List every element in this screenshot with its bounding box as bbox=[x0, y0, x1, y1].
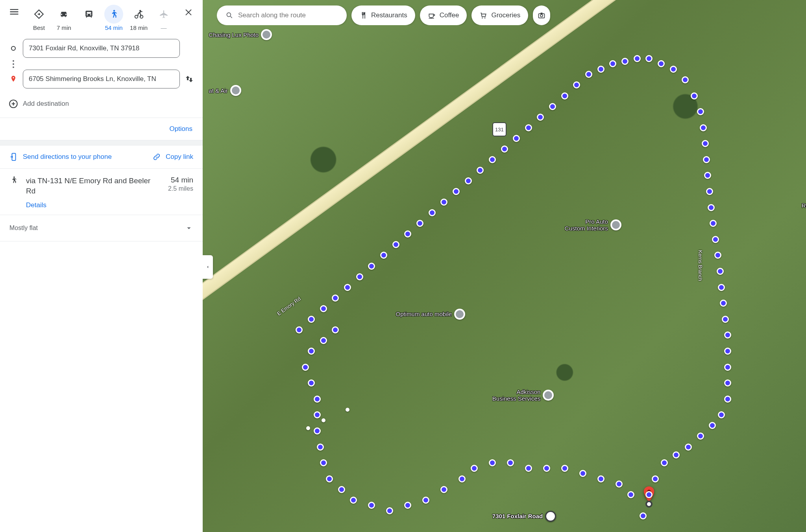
mode-drive[interactable]: 7 min bbox=[52, 2, 76, 31]
bike-icon bbox=[134, 9, 144, 19]
svg-point-2 bbox=[135, 15, 138, 18]
actions-row: Send directions to your phone Copy link bbox=[0, 145, 203, 169]
hamburger-icon bbox=[9, 6, 20, 17]
origin-input[interactable] bbox=[23, 39, 180, 58]
send-to-phone-label: Send directions to your phone bbox=[23, 153, 112, 161]
options-row: Options bbox=[0, 118, 203, 140]
terrain-label: Mostly flat bbox=[9, 225, 38, 232]
camera-icon bbox=[538, 11, 545, 19]
add-destination-button[interactable]: Add destination bbox=[0, 97, 203, 118]
chevron-left-icon bbox=[205, 264, 211, 270]
poi-chasing-lux[interactable]: Chasing Lux Photo bbox=[209, 29, 272, 40]
map-chips: Restaurants Coffee Groceries bbox=[217, 6, 806, 25]
route-card[interactable]: via TN-131 N/E Emory Rd and Beeler Rd 54… bbox=[0, 169, 203, 215]
svg-point-0 bbox=[113, 10, 115, 11]
collapse-sidebar-button[interactable] bbox=[203, 255, 213, 279]
plane-icon bbox=[159, 9, 169, 19]
highway-emory bbox=[203, 0, 806, 332]
swap-icon bbox=[185, 74, 194, 84]
coffee-icon bbox=[428, 11, 436, 19]
travel-modes: Best 7 min 54 min 18 min — bbox=[27, 2, 176, 31]
route-walk-icon bbox=[9, 176, 19, 196]
route-details-link[interactable]: Details bbox=[26, 201, 46, 209]
search-route-pill[interactable] bbox=[217, 6, 347, 25]
waypoint-dots bbox=[4, 60, 23, 68]
svg-point-4 bbox=[11, 46, 15, 50]
origin-row bbox=[4, 39, 199, 58]
route-distance: 2.5 miles bbox=[168, 185, 193, 192]
copy-link-button[interactable]: Copy link bbox=[152, 153, 193, 161]
route-shield-131: 131 bbox=[492, 122, 507, 136]
copy-link-label: Copy link bbox=[166, 153, 193, 161]
poi-pin-icon bbox=[610, 219, 621, 230]
mode-walk[interactable]: 54 min bbox=[102, 2, 126, 31]
directions-icon bbox=[34, 9, 44, 19]
options-link[interactable]: Options bbox=[169, 125, 192, 133]
road-label-kerns: Kerns Branch bbox=[697, 250, 703, 281]
svg-point-8 bbox=[647, 490, 651, 493]
terrain-expand[interactable]: Mostly flat bbox=[0, 215, 203, 241]
svg-point-10 bbox=[482, 17, 483, 18]
walk-icon bbox=[109, 9, 119, 19]
send-to-phone-button[interactable]: Send directions to your phone bbox=[9, 153, 112, 161]
poi-foxlair-origin[interactable]: 7301 Foxlair Road bbox=[492, 511, 556, 522]
mode-flight-label: — bbox=[161, 24, 166, 31]
chip-label: Restaurants bbox=[371, 11, 407, 19]
mode-flight[interactable]: — bbox=[152, 2, 176, 31]
poi-pin-icon bbox=[261, 29, 272, 40]
destination-input[interactable] bbox=[23, 70, 180, 88]
origin-pin-icon bbox=[545, 511, 556, 522]
origin-handle-icon bbox=[4, 44, 23, 52]
route-title: via TN-131 N/E Emory Rd and Beeler Rd bbox=[26, 176, 161, 196]
menu-button[interactable] bbox=[5, 2, 24, 21]
mode-bike[interactable]: 18 min bbox=[127, 2, 151, 31]
car-icon bbox=[59, 9, 69, 19]
poi-pin-icon bbox=[230, 85, 241, 96]
top-bar: Best 7 min 54 min 18 min — bbox=[0, 0, 203, 31]
mode-transit[interactable] bbox=[77, 2, 101, 31]
route-meta: 54 min 2.5 miles bbox=[168, 176, 193, 196]
close-icon bbox=[184, 7, 193, 17]
cart-icon bbox=[479, 11, 487, 19]
chip-groceries[interactable]: Groceries bbox=[471, 6, 528, 25]
plus-circle-icon bbox=[8, 99, 18, 109]
dest-ground-dot bbox=[645, 501, 653, 508]
poi-pin-icon bbox=[543, 390, 554, 401]
destination-pin[interactable] bbox=[642, 486, 656, 505]
svg-point-9 bbox=[227, 13, 231, 17]
poi-adkisson[interactable]: Adkisson Business Services bbox=[492, 388, 554, 402]
poi-roc[interactable]: Roc bbox=[802, 202, 806, 209]
chip-restaurants[interactable]: Restaurants bbox=[351, 6, 415, 25]
add-destination-label: Add destination bbox=[23, 100, 69, 108]
chip-more[interactable] bbox=[533, 6, 550, 25]
destination-row bbox=[4, 70, 199, 88]
link-icon bbox=[152, 153, 161, 161]
restaurant-icon bbox=[359, 11, 367, 19]
poi-pro-auto[interactable]: Pro Auto Custom Interiors bbox=[565, 218, 621, 232]
chip-coffee[interactable]: Coffee bbox=[420, 6, 467, 25]
search-route-input[interactable] bbox=[238, 11, 338, 19]
poi-heat-air[interactable]: at & Air bbox=[209, 85, 241, 96]
waypoints bbox=[0, 31, 203, 97]
svg-point-13 bbox=[540, 15, 543, 17]
close-button[interactable] bbox=[179, 2, 198, 21]
divider bbox=[0, 140, 203, 145]
svg-point-7 bbox=[13, 177, 15, 178]
poi-optimum[interactable]: Optimum auto mobile bbox=[396, 309, 466, 320]
chip-label: Groceries bbox=[491, 11, 520, 19]
route-time: 54 min bbox=[168, 176, 193, 184]
svg-point-11 bbox=[484, 17, 486, 18]
search-icon bbox=[226, 11, 233, 19]
chip-label: Coffee bbox=[440, 11, 459, 19]
poi-pin-icon bbox=[454, 309, 465, 320]
mode-best[interactable]: Best bbox=[27, 2, 51, 31]
map-canvas[interactable]: 131 E Emory Rd Kerns Branch Chasing Lux … bbox=[203, 0, 806, 532]
mode-drive-label: 7 min bbox=[57, 24, 71, 31]
chevron-down-icon bbox=[185, 224, 193, 232]
phone-send-icon bbox=[9, 153, 18, 161]
mode-walk-label: 54 min bbox=[105, 24, 123, 31]
directions-sidebar: Best 7 min 54 min 18 min — bbox=[0, 0, 203, 532]
destination-pin-icon bbox=[4, 75, 23, 83]
transit-icon bbox=[84, 9, 94, 19]
swap-button[interactable] bbox=[180, 74, 199, 84]
